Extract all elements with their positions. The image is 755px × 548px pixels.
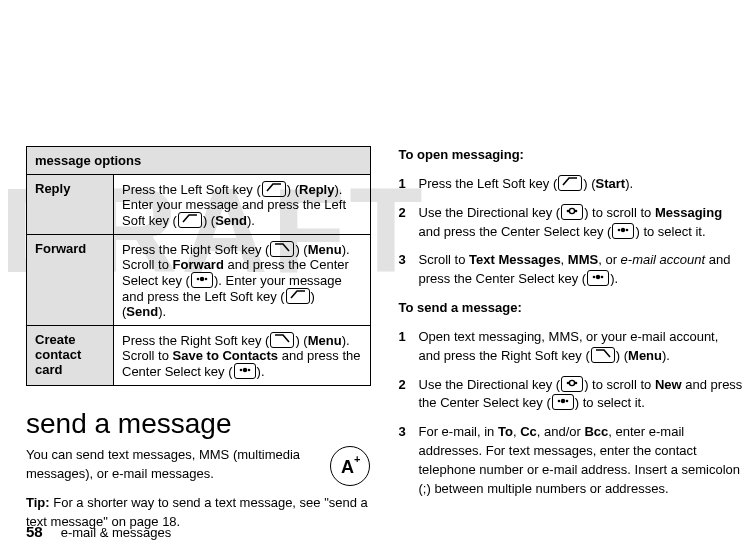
svg-point-3 (239, 369, 242, 372)
right-softkey-icon (591, 347, 615, 363)
svg-point-0 (197, 278, 200, 281)
left-softkey-icon (286, 288, 310, 304)
row-label-create-contact: Create contact card (27, 326, 114, 386)
page-number: 58 (26, 523, 43, 540)
row-label-forward: Forward (27, 235, 114, 326)
letter-a-plus-icon: A + (330, 446, 370, 486)
intro-paragraph: A + You can send text messages, MMS (mul… (26, 446, 371, 484)
table-row: Reply Press the Left Soft key () (Reply)… (27, 175, 371, 235)
row-label-reply: Reply (27, 175, 114, 235)
svg-point-9 (570, 208, 575, 213)
svg-point-4 (242, 368, 246, 372)
table-header: message options (27, 147, 371, 175)
svg-point-18 (570, 380, 575, 385)
left-softkey-icon (178, 212, 202, 228)
svg-text:+: + (354, 453, 360, 465)
svg-point-14 (593, 276, 596, 279)
right-softkey-icon (270, 332, 294, 348)
svg-point-16 (601, 276, 604, 279)
svg-text:A: A (341, 457, 354, 477)
heading-send-message: To send a message: (399, 299, 744, 318)
center-select-icon (587, 270, 609, 286)
list-item: 2 Use the Directional key () to scroll t… (399, 204, 744, 242)
send-message-steps: 1 Open text messaging, MMS, or your e-ma… (399, 328, 744, 499)
list-item: 1 Press the Left Soft key () (Start). (399, 175, 744, 194)
center-select-icon (234, 363, 256, 379)
row-desc-forward: Press the Right Soft key () (Menu). Scro… (114, 235, 371, 326)
right-softkey-icon (270, 241, 294, 257)
svg-point-12 (621, 227, 625, 231)
svg-point-13 (626, 228, 629, 231)
center-select-icon (552, 394, 574, 410)
message-options-table: message options Reply Press the Left Sof… (26, 146, 371, 386)
directional-key-icon (561, 204, 583, 220)
left-softkey-icon (558, 175, 582, 191)
directional-key-icon (561, 376, 583, 392)
svg-point-22 (565, 400, 568, 403)
left-softkey-icon (262, 181, 286, 197)
svg-point-19 (575, 381, 578, 384)
svg-point-20 (557, 400, 560, 403)
svg-point-1 (200, 277, 204, 281)
list-item: 2 Use the Directional key () to scroll t… (399, 376, 744, 414)
footer-section-label: e-mail & messages (61, 525, 172, 540)
center-select-icon (191, 272, 213, 288)
row-desc-create-contact: Press the Right Soft key () (Menu). Scro… (114, 326, 371, 386)
row-desc-reply: Press the Left Soft key () (Reply). Ente… (114, 175, 371, 235)
open-messaging-steps: 1 Press the Left Soft key () (Start). 2 … (399, 175, 744, 289)
list-item: 1 Open text messaging, MMS, or your e-ma… (399, 328, 744, 366)
right-column: To open messaging: 1 Press the Left Soft… (399, 146, 744, 541)
svg-point-2 (205, 278, 208, 281)
section-heading: send a message (26, 408, 371, 440)
svg-point-11 (618, 228, 621, 231)
table-row: Create contact card Press the Right Soft… (27, 326, 371, 386)
table-row: Forward Press the Right Soft key () (Men… (27, 235, 371, 326)
left-column: message options Reply Press the Left Sof… (26, 146, 371, 541)
heading-open-messaging: To open messaging: (399, 146, 744, 165)
svg-point-5 (247, 369, 250, 372)
center-select-icon (612, 223, 634, 239)
svg-point-15 (596, 275, 600, 279)
list-item: 3 For e-mail, in To, Cc, and/or Bcc, ent… (399, 423, 744, 498)
list-item: 3 Scroll to Text Messages, MMS, or e-mai… (399, 251, 744, 289)
svg-point-21 (561, 399, 565, 403)
page-footer: 58 e-mail & messages (26, 523, 171, 540)
svg-point-10 (575, 209, 578, 212)
